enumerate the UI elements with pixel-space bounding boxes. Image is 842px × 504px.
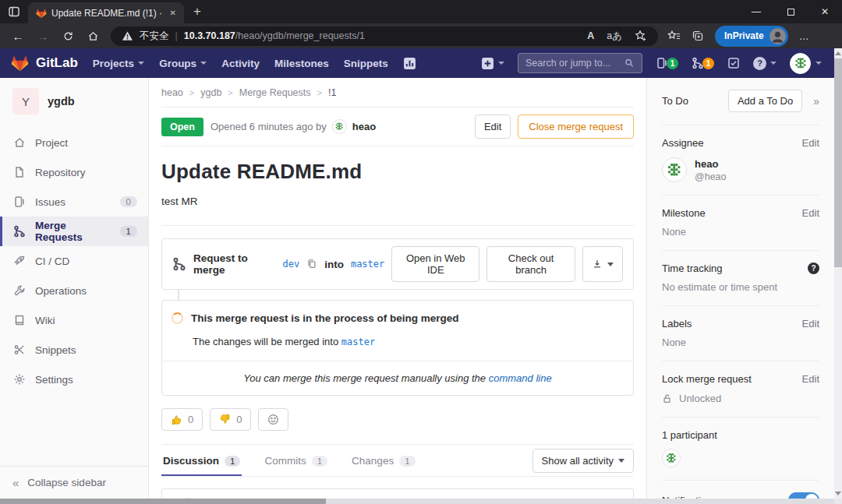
url-text[interactable]: 10.3.70.187/heao/ygdb/merge_requests/1 <box>184 30 365 41</box>
source-branch-link[interactable]: dev <box>282 259 299 270</box>
gitlab-logo[interactable]: GitLab <box>11 55 78 72</box>
chevron-down-icon <box>607 263 614 266</box>
target-branch-link[interactable]: master <box>351 259 384 270</box>
participant-avatar[interactable] <box>662 449 681 467</box>
close-merge-request-button[interactable]: Close merge request <box>518 115 634 139</box>
refresh-icon[interactable] <box>56 26 80 46</box>
sidebar-item-settings[interactable]: Settings <box>0 365 148 394</box>
help-icon[interactable]: ? <box>808 263 819 274</box>
project-header[interactable]: Y ygdb <box>0 78 148 128</box>
nav-activity[interactable]: Activity <box>221 58 260 69</box>
more-menu-icon[interactable]: … <box>799 30 809 42</box>
download-dropdown-button[interactable] <box>582 246 623 282</box>
collections-icon[interactable] <box>692 30 704 42</box>
scroll-down-icon[interactable] <box>835 492 841 495</box>
add-todo-button[interactable]: Add a To Do <box>728 90 802 112</box>
sidebar-item-merge-requests[interactable]: Merge Requests 1 <box>0 217 148 246</box>
charts-icon[interactable] <box>403 57 416 70</box>
add-emoji-button[interactable] <box>258 408 288 431</box>
back-icon[interactable]: ← <box>6 26 30 46</box>
todos-nav-button[interactable] <box>727 57 740 69</box>
horizontal-scrollbar[interactable] <box>0 499 834 504</box>
horizontal-scroll-thumb[interactable] <box>0 499 326 504</box>
new-tab-button[interactable]: + <box>193 4 201 19</box>
address-separator: | <box>175 30 178 41</box>
security-label[interactable]: 不安全 <box>140 30 169 43</box>
minimize-button[interactable]: — <box>739 0 773 23</box>
sidebar-item-project[interactable]: Project <box>0 128 148 157</box>
assignee-edit-link[interactable]: Edit <box>802 137 819 149</box>
nav-groups[interactable]: Groups <box>159 58 207 69</box>
assignee-user[interactable]: heao @heao <box>662 157 819 182</box>
read-aloud-icon[interactable]: A <box>587 30 594 41</box>
milestone-edit-link[interactable]: Edit <box>802 207 819 219</box>
scrollbar-corner <box>834 499 842 504</box>
tab-commits[interactable]: Commits 1 <box>263 445 329 476</box>
issues-nav-button[interactable]: 1 <box>656 57 678 69</box>
home-icon <box>13 136 26 149</box>
vertical-scrollbar[interactable] <box>834 48 842 499</box>
merge-state-heading: This merge request is in the process of … <box>191 312 459 324</box>
new-menu-button[interactable] <box>481 57 504 70</box>
address-bar[interactable]: 不安全 | 10.3.70.187/heao/ygdb/merge_reques… <box>111 26 658 46</box>
browser-tab[interactable]: Update README.md (!1) · Merge ✕ <box>28 2 184 23</box>
command-line-link[interactable]: command line <box>489 372 552 384</box>
author-avatar[interactable] <box>332 119 347 134</box>
merge-request-icon <box>13 225 26 238</box>
labels-edit-link[interactable]: Edit <box>802 318 819 330</box>
forward-icon: → <box>31 26 55 46</box>
workspace-icon[interactable] <box>0 5 28 18</box>
nav-projects[interactable]: Projects <box>93 58 144 69</box>
breadcrumb-item[interactable]: ygdb <box>200 87 221 98</box>
open-web-ide-button[interactable]: Open in Web IDE <box>391 246 479 282</box>
user-menu-button[interactable] <box>790 53 822 74</box>
sidebar-item-snippets[interactable]: Snippets <box>0 335 148 365</box>
collapse-right-sidebar-icon[interactable]: » <box>813 95 819 107</box>
todo-block: To Do Add a To Do » <box>662 78 819 125</box>
sidebar-item-wiki[interactable]: Wiki <box>0 305 148 335</box>
edit-button[interactable]: Edit <box>475 115 511 139</box>
chevron-down-icon <box>618 459 624 463</box>
tab-close-icon[interactable]: ✕ <box>167 7 179 19</box>
search-box[interactable] <box>518 53 642 73</box>
help-nav-button[interactable]: ? <box>753 57 777 70</box>
project-name: ygdb <box>48 95 75 107</box>
sidebar-item-cicd[interactable]: CI / CD <box>0 246 148 276</box>
thumbsdown-button[interactable]: 0 <box>210 408 251 431</box>
checkout-branch-button[interactable]: Check out branch <box>486 246 575 282</box>
search-input[interactable] <box>525 58 624 69</box>
status-badge: Open <box>161 118 203 136</box>
tab-changes[interactable]: Changes 1 <box>350 445 416 476</box>
notifications-toggle[interactable]: ✓ <box>788 492 819 499</box>
breadcrumb-item[interactable]: Merge Requests <box>239 87 311 98</box>
nav-milestones[interactable]: Milestones <box>274 58 329 69</box>
sidebar-item-repository[interactable]: Repository <box>0 157 148 187</box>
collapse-sidebar-button[interactable]: « Collapse sidebar <box>0 466 148 499</box>
nav-snippets[interactable]: Snippets <box>344 58 388 69</box>
show-all-activity-button[interactable]: Show all activity <box>532 449 634 473</box>
help-icon: ? <box>753 57 766 70</box>
thumbsup-button[interactable]: 0 <box>161 408 203 431</box>
user-avatar <box>790 53 811 74</box>
translate-icon[interactable]: aあ <box>607 30 622 43</box>
breadcrumb-item[interactable]: heao <box>161 87 183 98</box>
sidebar-item-operations[interactable]: Operations <box>0 276 148 305</box>
plus-icon <box>481 57 494 70</box>
lock-edit-link[interactable]: Edit <box>802 373 819 385</box>
author-name[interactable]: heao <box>352 121 376 132</box>
tab-discussion[interactable]: Discussion 1 <box>161 445 242 476</box>
merge-requests-nav-button[interactable]: 1 <box>692 57 714 69</box>
close-button[interactable]: ✕ <box>808 0 842 23</box>
maximize-button[interactable] <box>773 0 808 23</box>
inprivate-badge[interactable]: InPrivate <box>715 26 788 47</box>
todo-check-icon <box>727 57 740 69</box>
target-branch-link[interactable]: master <box>341 337 375 347</box>
favorite-star-icon[interactable] <box>635 30 647 42</box>
copy-branch-icon[interactable] <box>306 259 317 270</box>
sidebar-item-issues[interactable]: Issues 0 <box>0 187 148 217</box>
scroll-up-icon[interactable] <box>835 51 841 55</box>
vertical-scroll-thumb[interactable] <box>834 58 842 267</box>
favorites-hub-icon[interactable] <box>667 30 681 42</box>
home-icon[interactable] <box>81 26 104 46</box>
thumbs-up-icon <box>171 414 182 425</box>
